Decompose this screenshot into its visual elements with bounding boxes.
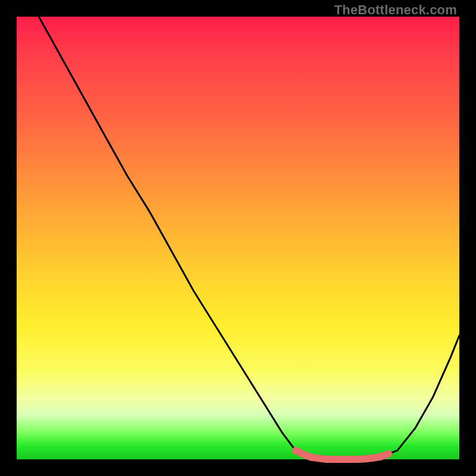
chart-frame — [17, 17, 459, 459]
bottleneck-highlight-path — [296, 450, 389, 459]
bottleneck-curve-path — [39, 17, 459, 459]
attribution-text: TheBottleneck.com — [334, 2, 457, 18]
bottleneck-curve-svg — [17, 17, 459, 459]
